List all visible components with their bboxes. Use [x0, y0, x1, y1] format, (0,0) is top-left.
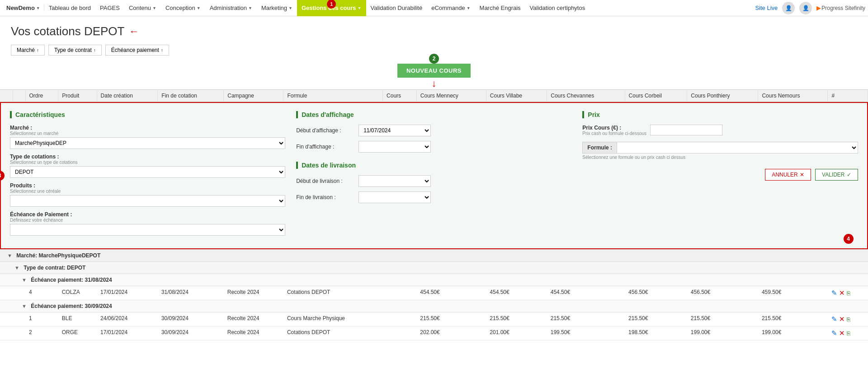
nav-item-ecommande[interactable]: eCommande ▼	[427, 0, 475, 16]
main-content: 2 NOUVEAU COURS ↓ Ordre Produit Date cré…	[0, 58, 868, 340]
col-cours-mennecy: Cours Mennecy	[416, 90, 486, 102]
nav-item-marche-engrais[interactable]: Marché Engrais	[475, 0, 525, 16]
col-cours-chevannes: Cours Chevannes	[547, 90, 625, 102]
copy-icon[interactable]: ⎘	[847, 316, 850, 323]
delete-icon[interactable]: ✕	[839, 329, 845, 337]
cell-nemours: 199.00€	[758, 326, 828, 340]
form-group-debut-affichage: Début d'affichage : 11/07/2024	[296, 125, 571, 136]
nav-item-administration[interactable]: Administration ▼	[205, 0, 257, 16]
cell-ordre: 1	[25, 312, 58, 326]
annotation-bubble-2: 2	[429, 54, 439, 64]
nav-item-conception[interactable]: Conception ▼	[161, 0, 205, 16]
debut-livraison-select[interactable]	[359, 175, 431, 187]
user-avatar-2[interactable]: 👤	[799, 2, 812, 14]
table-row: 4 COLZA 17/01/2024 31/08/2024 Recolte 20…	[0, 286, 868, 300]
formule-select[interactable]	[617, 142, 858, 154]
cell-corbeil: 198.50€	[625, 326, 687, 340]
filter-type-contrat[interactable]: Type de contrat ↑	[48, 45, 102, 56]
form-group-debut-livraison: Début de livraison :	[296, 175, 571, 187]
echeance-select[interactable]	[10, 224, 285, 236]
copy-icon[interactable]: ⎘	[847, 330, 850, 337]
fin-affichage-select[interactable]	[359, 141, 431, 153]
user-avatar-1[interactable]: 👤	[782, 2, 795, 14]
formule-label-box: Formule :	[582, 142, 617, 154]
progress-logo: ▶ Progress Sitefinity	[816, 5, 865, 11]
delete-icon[interactable]: ✕	[839, 315, 845, 323]
cell-mennecy: 454.50€	[416, 286, 486, 300]
nav-item-pages[interactable]: PAGES	[95, 0, 124, 16]
cell-corbeil: 456.50€	[625, 286, 687, 300]
table-row: 2 ORGE 17/01/2024 30/09/2024 Recolte 202…	[0, 326, 868, 340]
marche-select[interactable]: MarchePhysiqueDEP	[10, 137, 285, 149]
copy-icon[interactable]: ⎘	[847, 290, 850, 297]
echeance-hint: Définissez votre échéance	[10, 218, 285, 223]
type-cotations-select[interactable]: DEPOT	[10, 166, 285, 178]
cell-formule: Cotations DEPOT	[283, 326, 383, 340]
group-row-echeance-1: ▼ Échéance paiement: 31/08/2024	[0, 274, 868, 286]
cell-cours	[383, 312, 417, 326]
fin-livraison-label: Fin de livraison :	[296, 194, 355, 200]
nav-item-contenu[interactable]: Contenu ▼	[124, 0, 161, 16]
marche-label: Marché :	[10, 125, 32, 131]
col-cours: Cours	[383, 90, 417, 102]
edit-icon[interactable]: ✎	[831, 329, 837, 337]
filter-echeance[interactable]: Échéance paiement ↑	[105, 45, 169, 56]
form-group-type-cotations: Type de cotations : Sélectionnez un type…	[10, 154, 285, 178]
produits-select[interactable]	[10, 195, 285, 207]
cell-ponthiery: 215.50€	[687, 312, 758, 326]
filter-marche[interactable]: Marché ↑	[11, 45, 45, 56]
nav-item-gestions-des-cours[interactable]: 1 Gestions des cours ▼	[297, 0, 366, 16]
annotation-bubble-3: 3	[0, 171, 5, 181]
echeance-label: Échéance de Paiement :	[10, 211, 72, 218]
fin-livraison-select[interactable]	[359, 191, 431, 203]
debut-livraison-label: Début de livraison :	[296, 178, 355, 184]
site-live-link[interactable]: Site Live	[755, 5, 778, 11]
brand[interactable]: NewDemo ▼	[3, 5, 44, 11]
nav-item-validation-certiphytos[interactable]: Validation certiphytos	[525, 0, 590, 16]
cell-campagne: Recolte 2024	[224, 312, 283, 326]
form-row: 3 4 Caractéristiques Marché : Sélectionn…	[0, 102, 868, 250]
form-group-marche: Marché : Sélectionnez un marché MarchePh…	[10, 125, 285, 149]
page-title-area: Vos cotations DEPOT ←	[0, 16, 868, 42]
debut-affichage-select[interactable]: 11/07/2024	[359, 125, 431, 136]
form-panel: 3 4 Caractéristiques Marché : Sélectionn…	[0, 102, 868, 249]
col-fin-cotation: Fin de cotation	[158, 90, 224, 102]
dates-livraison-title: Dates de livraison	[296, 162, 571, 169]
cell-date-creation: 17/01/2024	[97, 326, 158, 340]
edit-icon[interactable]: ✎	[831, 289, 837, 297]
valider-button[interactable]: VALIDER ✓	[815, 169, 858, 181]
brand-name: NewDemo	[6, 5, 35, 11]
prix-cours-input[interactable]	[650, 125, 722, 135]
cell-ordre: 4	[25, 286, 58, 300]
formule-hint: Sélectionnez une formule ou un prix cash…	[582, 155, 858, 160]
delete-icon[interactable]: ✕	[839, 289, 845, 297]
dates-affichage-title: Dates d'affichage	[296, 111, 571, 118]
cell-formule: Cotations DEPOT	[283, 286, 383, 300]
form-group-formule: Formule : Sélectionnez une formule ou un…	[582, 142, 858, 160]
form-group-prix-cours: Prix Cours (€) : Prix cash ou formule ci…	[582, 125, 858, 137]
nav-item-tableau-de-bord[interactable]: Tableau de bord	[44, 0, 95, 16]
annuler-button[interactable]: ANNULER ✕	[765, 169, 811, 181]
cell-expand	[13, 286, 25, 300]
produits-label: Produits :	[10, 182, 35, 189]
form-group-produits: Produits : Sélectionnez une céréale	[10, 182, 285, 207]
top-nav: NewDemo ▼ Tableau de bord PAGES Contenu …	[0, 0, 868, 16]
form-group-fin-affichage: Fin d'affichage :	[296, 141, 571, 153]
edit-icon[interactable]: ✎	[831, 315, 837, 323]
group-row-echeance-2: ▼ Échéance paiement: 30/09/2024	[0, 300, 868, 312]
prix-cours-label: Prix Cours (€) :	[582, 125, 621, 131]
group-row-level2: ▼ Type de contrat: DEPOT	[0, 262, 868, 274]
col-campagne: Campagne	[224, 90, 283, 102]
cell-produit: COLZA	[58, 286, 97, 300]
debut-affichage-label: Début d'affichage :	[296, 127, 355, 134]
nav-item-marketing[interactable]: Marketing ▼	[257, 0, 297, 16]
cell-cours	[383, 326, 417, 340]
nouveau-cours-button[interactable]: NOUVEAU COURS	[397, 64, 471, 78]
cell-date-creation: 24/06/2024	[97, 312, 158, 326]
prix-title: Prix	[582, 111, 858, 118]
cell-chevannes: 215.50€	[547, 312, 625, 326]
cell-campagne: Recolte 2024	[224, 326, 283, 340]
cell-formule: Cours Marche Physique	[283, 312, 383, 326]
cell-actions: ✎ ✕ ⎘	[828, 286, 868, 300]
nav-item-validation-durabilite[interactable]: Validation Durabilité	[366, 0, 427, 16]
